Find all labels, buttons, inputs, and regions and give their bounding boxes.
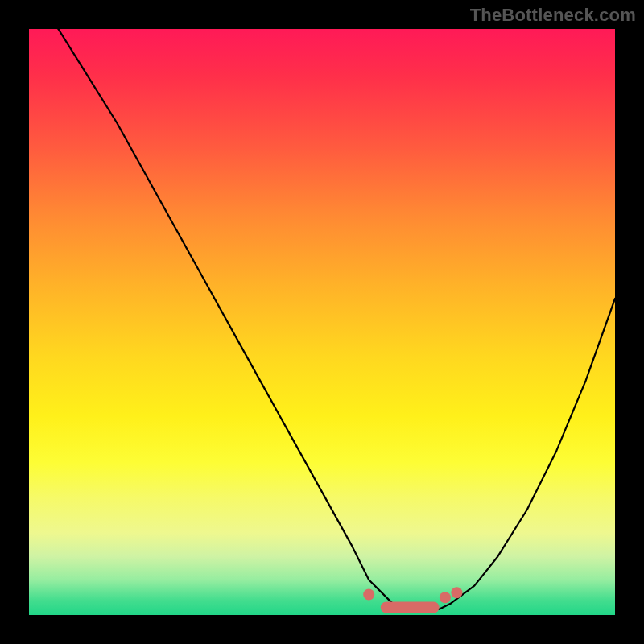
curve-layer xyxy=(29,29,615,615)
marker-dot xyxy=(363,589,374,601)
watermark-text: TheBottleneck.com xyxy=(470,5,636,26)
bottleneck-curve xyxy=(29,29,615,609)
chart-stage: TheBottleneck.com xyxy=(0,0,644,644)
plot-area xyxy=(29,29,615,615)
marker-dot xyxy=(440,592,451,603)
marker-dot xyxy=(451,587,462,598)
flat-region-marker xyxy=(381,602,440,613)
